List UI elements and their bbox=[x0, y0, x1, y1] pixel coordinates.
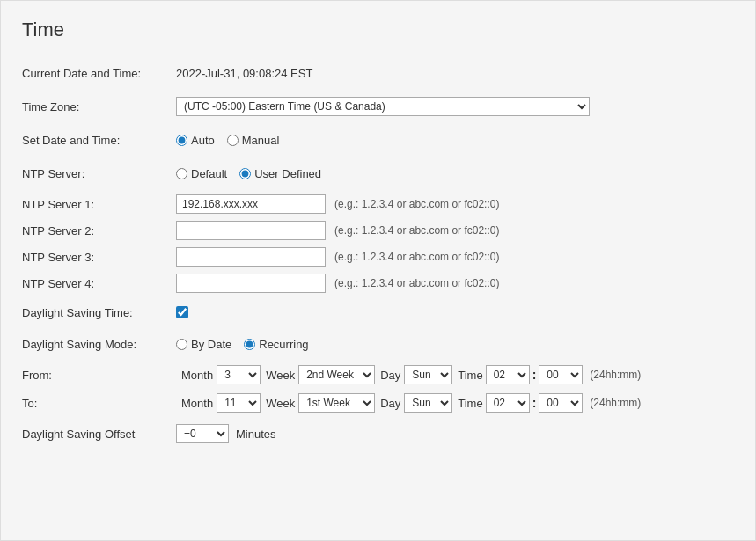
dst-to-day-label: Day bbox=[380, 397, 400, 410]
dst-to-time-label: Time bbox=[458, 397, 482, 410]
ntp-user-defined-label: User Defined bbox=[254, 167, 321, 180]
ntp-server-3-label: NTP Server 3: bbox=[22, 251, 176, 264]
dst-from-format: (24hh:mm) bbox=[590, 369, 641, 381]
ntp-server-1-input[interactable] bbox=[176, 194, 326, 214]
dst-from-week-label: Week bbox=[266, 369, 295, 382]
ntp-server-1-row: NTP Server 1: (e.g.: 1.2.3.4 or abc.com … bbox=[22, 194, 734, 214]
dst-from-hour-select[interactable]: 0001020304050607080910111213141516171819… bbox=[486, 365, 530, 384]
timezone-select[interactable]: (UTC -05:00) Eastern Time (US & Canada)(… bbox=[176, 97, 590, 116]
ntp-server-4-hint: (e.g.: 1.2.3.4 or abc.com or fc02::0) bbox=[334, 277, 499, 289]
dst-from-row: From: Month 123456789101112 Week 2nd Wee… bbox=[22, 365, 734, 384]
dst-to-week-field: Week 1st Week 2nd Week 3rd Week 4th Week… bbox=[266, 393, 375, 413]
ntp-server-3-row: NTP Server 3: (e.g.: 1.2.3.4 or abc.com … bbox=[22, 247, 734, 267]
dst-to-month-field: Month 123456789101112 bbox=[181, 393, 261, 413]
ntp-server-2-hint: (e.g.: 1.2.3.4 or abc.com or fc02::0) bbox=[334, 224, 499, 237]
set-datetime-manual[interactable]: Manual bbox=[227, 134, 280, 147]
dst-to-time-field: Time 00010203040506070809101112131415161… bbox=[458, 393, 641, 413]
dst-to-row: To: Month 123456789101112 Week 1st Week … bbox=[22, 393, 734, 413]
dst-to-month-label: Month bbox=[181, 397, 213, 410]
dst-recurring-radio[interactable] bbox=[244, 339, 255, 350]
dst-by-date-radio[interactable] bbox=[176, 339, 187, 350]
dst-to-month-select[interactable]: 123456789101112 bbox=[217, 393, 261, 413]
dst-offset-select[interactable]: -60 -45 -30 -15 +0 +15 +30 +45 +60 bbox=[176, 424, 229, 443]
dst-from-label: From: bbox=[22, 369, 176, 382]
dst-checkbox[interactable] bbox=[176, 306, 188, 318]
set-datetime-manual-label: Manual bbox=[242, 134, 280, 147]
dst-to-week-select[interactable]: 1st Week 2nd Week 3rd Week 4th Week Last… bbox=[298, 393, 375, 413]
dst-from-week-field: Week 2nd Week 1st Week 3rd Week 4th Week… bbox=[266, 365, 375, 384]
dst-from-colon: : bbox=[532, 368, 537, 382]
dst-by-date-label: By Date bbox=[191, 338, 231, 351]
current-datetime-value: 2022-Jul-31, 09:08:24 EST bbox=[176, 67, 312, 80]
ntp-server-2-row: NTP Server 2: (e.g.: 1.2.3.4 or abc.com … bbox=[22, 221, 734, 240]
dst-offset-unit: Minutes bbox=[236, 428, 276, 441]
ntp-server-default[interactable]: Default bbox=[176, 167, 227, 180]
ntp-server-4-row: NTP Server 4: (e.g.: 1.2.3.4 or abc.com … bbox=[22, 274, 734, 293]
dst-from-month-field: Month 123456789101112 bbox=[181, 365, 261, 384]
dst-from-time-field: Time 00010203040506070809101112131415161… bbox=[458, 365, 641, 384]
set-datetime-radio-group: Auto Manual bbox=[176, 134, 279, 147]
dst-from-day-field: Day Sun Mon Tue Wed Thu Fri Sat bbox=[380, 365, 452, 384]
ntp-default-label: Default bbox=[191, 167, 227, 180]
dst-from-month-select[interactable]: 123456789101112 bbox=[217, 365, 261, 384]
ntp-server-4-input[interactable] bbox=[176, 274, 326, 293]
ntp-server-1-label: NTP Server 1: bbox=[22, 198, 176, 211]
ntp-server-3-hint: (e.g.: 1.2.3.4 or abc.com or fc02::0) bbox=[334, 251, 499, 263]
dst-mode-label: Daylight Saving Mode: bbox=[22, 338, 176, 351]
dst-recurring-label: Recurring bbox=[259, 338, 308, 351]
dst-from-week-select[interactable]: 2nd Week 1st Week 3rd Week 4th Week Last… bbox=[298, 365, 375, 384]
dst-to-day-select[interactable]: Sun Mon Tue Wed Thu Fri Sat bbox=[404, 393, 452, 413]
ntp-default-radio[interactable] bbox=[176, 168, 187, 179]
ntp-server-mode-label: NTP Server: bbox=[22, 167, 176, 180]
set-datetime-label: Set Date and Time: bbox=[22, 134, 176, 147]
ntp-server-mode-radio-group: Default User Defined bbox=[176, 167, 321, 180]
ntp-server-3-input[interactable] bbox=[176, 247, 326, 267]
dst-mode-recurring[interactable]: Recurring bbox=[244, 338, 308, 351]
ntp-user-defined-radio[interactable] bbox=[239, 168, 251, 179]
set-datetime-manual-radio[interactable] bbox=[227, 135, 239, 146]
dst-to-format: (24hh:mm) bbox=[590, 397, 641, 409]
timezone-label: Time Zone: bbox=[22, 100, 176, 113]
dst-to-colon: : bbox=[532, 396, 537, 410]
dst-to-hour-select[interactable]: 0001020304050607080910111213141516171819… bbox=[486, 393, 530, 413]
current-datetime-label: Current Date and Time: bbox=[22, 67, 176, 80]
dst-from-min-select[interactable]: 00153045 bbox=[539, 365, 583, 384]
dst-to-week-label: Week bbox=[266, 397, 295, 410]
dst-mode-by-date[interactable]: By Date bbox=[176, 338, 231, 351]
ntp-server-user-defined[interactable]: User Defined bbox=[239, 167, 321, 180]
set-datetime-auto-radio[interactable] bbox=[176, 135, 187, 146]
ntp-server-1-hint: (e.g.: 1.2.3.4 or abc.com or fc02::0) bbox=[334, 198, 499, 210]
dst-to-label: To: bbox=[22, 397, 176, 410]
set-datetime-auto[interactable]: Auto bbox=[176, 134, 215, 147]
dst-from-month-label: Month bbox=[181, 369, 213, 382]
dst-to-day-field: Day Sun Mon Tue Wed Thu Fri Sat bbox=[380, 393, 452, 413]
dst-mode-radio-group: By Date Recurring bbox=[176, 338, 309, 351]
dst-from-time-label: Time bbox=[458, 369, 482, 382]
dst-label: Daylight Saving Time: bbox=[22, 306, 176, 319]
dst-offset-label: Daylight Saving Offset bbox=[22, 428, 176, 441]
dst-from-day-label: Day bbox=[380, 369, 400, 382]
set-datetime-auto-label: Auto bbox=[191, 134, 215, 147]
dst-to-min-select[interactable]: 00153045 bbox=[539, 393, 583, 413]
ntp-server-2-input[interactable] bbox=[176, 221, 326, 240]
dst-from-day-select[interactable]: Sun Mon Tue Wed Thu Fri Sat bbox=[404, 365, 452, 384]
ntp-server-2-label: NTP Server 2: bbox=[22, 224, 176, 238]
ntp-server-4-label: NTP Server 4: bbox=[22, 277, 176, 290]
page-title: Time bbox=[22, 18, 734, 41]
